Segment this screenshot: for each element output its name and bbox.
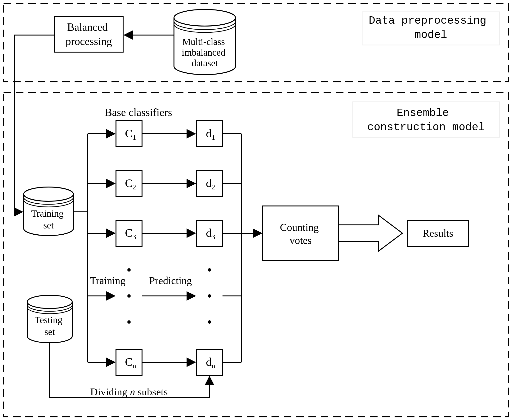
svg-point-0 — [174, 9, 236, 26]
svg-point-2 — [27, 295, 72, 308]
results-label: Results — [423, 227, 453, 239]
svg-point-1 — [24, 187, 73, 201]
bottom-title: Ensemble construction model — [367, 107, 485, 134]
counting-box — [263, 206, 339, 260]
dividing-label: Dividing n subsets — [90, 386, 168, 398]
dots-d-column — [208, 268, 211, 324]
balanced-label: Balanced processing — [66, 21, 112, 47]
predicting-arrow-label: Predicting — [149, 275, 192, 286]
block-arrow — [339, 216, 402, 251]
base-classifiers-label: Base classifiers — [105, 106, 172, 118]
svg-point-8 — [208, 320, 211, 324]
svg-point-4 — [127, 294, 131, 298]
dots-c-column — [127, 268, 131, 324]
top-title: Data preprocessing model — [369, 15, 493, 41]
svg-point-6 — [208, 268, 211, 271]
svg-point-5 — [127, 320, 131, 324]
bottom-panel — [4, 92, 508, 417]
svg-point-7 — [208, 294, 211, 298]
svg-point-3 — [127, 268, 131, 271]
training-arrow-label: Training — [90, 275, 126, 286]
